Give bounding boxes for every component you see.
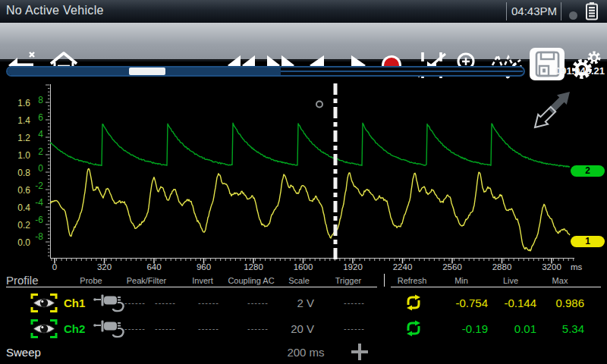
separator (561, 2, 561, 20)
axis-label: 0 (31, 163, 43, 174)
back-icon (5, 49, 38, 82)
axis-label: -6 (31, 215, 43, 225)
axis-label: 0.6 (0, 185, 30, 196)
waveform-wrench-icon (490, 49, 524, 82)
ch2-peak-setting[interactable]: ------ (118, 324, 152, 333)
eye-icon (30, 293, 58, 313)
sweep-label: Sweep (6, 346, 41, 359)
ch1-visibility-button[interactable] (30, 293, 58, 313)
ch2-scale[interactable]: 20 V (270, 322, 314, 335)
axis-label: 0.0 (0, 237, 30, 248)
separator (506, 2, 507, 20)
cursors-icon (415, 49, 448, 82)
axis-label: 1.4 (0, 115, 30, 126)
ch2-trigger-setting[interactable]: ------ (338, 324, 371, 333)
ch2-filter-setting[interactable]: ------ (149, 324, 182, 333)
ch2-live-value: 0.01 (489, 322, 536, 335)
version-code: 091.046.21 (545, 65, 605, 77)
axis-label: -4 (31, 197, 43, 208)
home-icon (47, 49, 80, 82)
ch2-invert-setting[interactable]: ------ (192, 324, 225, 333)
ch1-min-value: -0.754 (431, 297, 488, 309)
clock: 04:43PM (508, 5, 561, 17)
ch1-refresh-button[interactable] (404, 293, 423, 312)
ch1-marker[interactable]: 1 (571, 236, 605, 247)
ch2-min-value: -0.19 (431, 322, 488, 335)
axis-label: 8 (31, 95, 43, 105)
refresh-icon (404, 293, 423, 312)
axis-label: 960 (187, 262, 221, 271)
axis-label: 1.0 (0, 150, 30, 161)
scrubber-track-line (281, 71, 523, 72)
axis-label: 1920 (336, 262, 370, 271)
eye-icon (30, 318, 58, 339)
ch2-refresh-button[interactable] (404, 319, 423, 337)
ch1-invert-setting[interactable]: ------ (192, 298, 225, 307)
axis-label: 0 (38, 262, 71, 271)
plot-area[interactable] (0, 79, 607, 270)
axis-label: 0.2 (0, 220, 30, 231)
axis-label: 2240 (386, 262, 420, 271)
profile-title: Profile (6, 274, 39, 287)
sweep-value[interactable]: 200 ms (275, 346, 336, 359)
toolbar (0, 23, 607, 61)
axis-label: 0.4 (0, 202, 30, 213)
record-icon (375, 49, 408, 82)
header-divider (384, 274, 385, 287)
axis-label: 6 (31, 112, 43, 123)
axis-label: 1600 (287, 262, 320, 271)
axis-label: -2 (31, 180, 43, 191)
axis-label: 640 (137, 262, 171, 271)
sweep-increase-button[interactable] (351, 344, 368, 360)
axis-label: 2880 (486, 262, 519, 271)
header-underline (391, 287, 601, 287)
x-axis-unit: ms (571, 262, 582, 271)
header-underline (6, 287, 377, 287)
axis-label: 1.2 (0, 133, 30, 143)
status-dot (569, 11, 577, 20)
ch2-max-value: 5.34 (537, 322, 584, 335)
vehicle-title: No Active Vehicle (6, 4, 104, 17)
refresh-icon (404, 319, 423, 337)
axis-label: 0.8 (0, 168, 30, 178)
axis-label: 320 (88, 262, 121, 271)
scrubber-thumb[interactable] (129, 67, 165, 75)
axis-label: 1280 (237, 262, 270, 271)
ch1-max-value: 0.986 (537, 297, 584, 309)
ch2-marker[interactable]: 2 (571, 165, 605, 177)
axis-label: 4 (31, 129, 43, 140)
axis-label: 2 (31, 146, 43, 157)
ch1-scale[interactable]: 2 V (270, 297, 314, 309)
col-trigger: Trigger (314, 276, 382, 285)
axis-label: 1.6 (0, 98, 30, 108)
ch1-trigger-setting[interactable]: ------ (338, 298, 371, 307)
previous-icon (302, 49, 335, 82)
ch1-peak-setting[interactable]: ------ (118, 298, 152, 307)
status-bar: No Active Vehicle 04:43PM (0, 0, 607, 23)
zoom-plus-icon (452, 49, 486, 82)
next-icon (340, 49, 373, 82)
scope-app: No Active Vehicle 04:43PM (0, 0, 607, 364)
fast-forward-icon (264, 49, 297, 82)
axis-label: 3200 (535, 262, 568, 271)
col-max: Max (526, 276, 594, 285)
battery-icon (583, 2, 602, 21)
axis-label: 2560 (436, 262, 469, 271)
rewind-icon (225, 49, 258, 82)
ch1-live-value: -0.144 (489, 297, 536, 309)
ch1-filter-setting[interactable]: ------ (149, 298, 182, 307)
ch2-visibility-button[interactable] (30, 318, 58, 339)
axis-label: -8 (31, 231, 43, 242)
